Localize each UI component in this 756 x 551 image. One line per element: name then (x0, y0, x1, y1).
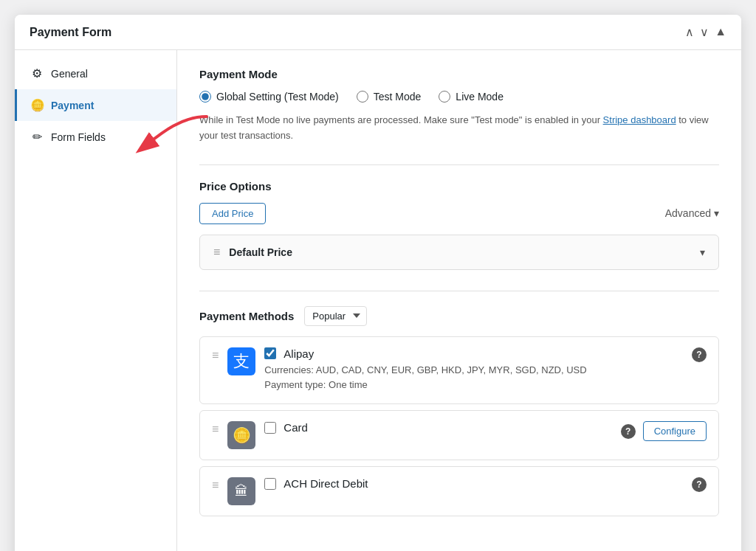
alipay-checkbox[interactable] (264, 347, 276, 359)
card-checkbox[interactable] (264, 422, 276, 434)
default-price-row: ≡ Default Price ▾ (199, 235, 719, 270)
sidebar: ⚙ General 🪙 Payment ✏ Form Fields (15, 50, 177, 551)
sidebar-label-form-fields: Form Fields (51, 131, 106, 143)
ach-right: ? (692, 477, 707, 492)
radio-test[interactable]: Test Mode (357, 91, 422, 103)
payment-method-ach: ≡ 🏛 ACH Direct Debit ? (199, 466, 719, 516)
payment-methods-filter[interactable]: Popular All (304, 306, 367, 326)
advanced-label: Advanced (665, 207, 711, 219)
main-layout: ⚙ General 🪙 Payment ✏ Form Fields (15, 50, 741, 551)
fullscreen-icon[interactable]: ▲ (715, 25, 726, 39)
radio-live-input[interactable] (439, 91, 450, 103)
alipay-icon-box: 支 (227, 347, 255, 375)
ach-content: ACH Direct Debit (264, 477, 683, 493)
price-options-section: Price Options Add Price Advanced ▾ ≡ Def… (199, 180, 719, 270)
window-title: Payment Form (30, 26, 111, 39)
gear-icon: ⚙ (30, 66, 44, 80)
payment-mode-title: Payment Mode (199, 68, 719, 80)
credit-card-icon: 🪙 (30, 98, 44, 112)
info-text-before-link: While in Test Mode no live payments are … (199, 114, 600, 125)
collapse-icon[interactable]: ∧ (685, 25, 694, 39)
radio-live[interactable]: Live Mode (439, 91, 504, 103)
card-configure-button[interactable]: Configure (643, 421, 707, 441)
alipay-right: ? (692, 347, 707, 362)
alipay-icon: 支 (233, 350, 250, 372)
alipay-drag-handle[interactable]: ≡ (212, 349, 219, 362)
card-help-icon[interactable]: ? (621, 424, 636, 439)
card-name-row: Card (264, 421, 611, 434)
card-name: Card (284, 421, 308, 434)
radio-global-label: Global Setting (Test Mode) (216, 91, 339, 103)
expand-icon[interactable]: ∨ (700, 25, 709, 39)
sidebar-label-payment: Payment (51, 100, 94, 111)
ach-icon-box: 🏛 (227, 477, 255, 505)
divider-2 (199, 291, 719, 291)
add-price-button[interactable]: Add Price (199, 203, 266, 224)
ach-name: ACH Direct Debit (284, 477, 368, 490)
card-content: Card (264, 421, 611, 437)
ach-name-row: ACH Direct Debit (264, 477, 683, 490)
alipay-currencies: Currencies: AUD, CAD, CNY, EUR, GBP, HKD… (264, 363, 683, 378)
radio-test-label: Test Mode (374, 91, 422, 103)
default-price-chevron[interactable]: ▾ (700, 246, 705, 258)
card-drag-handle[interactable]: ≡ (212, 423, 219, 436)
payment-method-card: ≡ 🪙 Card ? Configure (199, 410, 719, 460)
alipay-help-icon[interactable]: ? (692, 347, 707, 362)
edit-icon: ✏ (30, 130, 44, 144)
payment-methods-section: Payment Methods Popular All ≡ 支 (199, 306, 719, 517)
ach-drag-handle[interactable]: ≡ (212, 479, 219, 492)
payment-methods-title: Payment Methods (199, 310, 294, 322)
sidebar-item-general[interactable]: ⚙ General (15, 58, 176, 89)
default-price-label: Default Price (229, 246, 292, 258)
content-area: Payment Mode Global Setting (Test Mode) … (177, 50, 741, 551)
window-controls: ∧ ∨ ▲ (685, 25, 726, 39)
sidebar-label-general: General (51, 68, 88, 80)
drag-handle-icon[interactable]: ≡ (213, 246, 220, 259)
price-options-header: Add Price Advanced ▾ (199, 203, 719, 224)
card-right: ? Configure (621, 421, 707, 441)
radio-live-label: Live Mode (456, 91, 504, 103)
card-icon: 🪙 (233, 426, 251, 444)
radio-global-input[interactable] (199, 91, 211, 103)
radio-global[interactable]: Global Setting (Test Mode) (199, 91, 339, 103)
card-icon-box: 🪙 (227, 421, 255, 449)
title-bar: Payment Form ∧ ∨ ▲ (15, 15, 741, 50)
price-options-title: Price Options (199, 180, 719, 193)
alipay-payment-type: Payment type: One time (264, 378, 683, 393)
alipay-name-row: Alipay (264, 347, 683, 360)
stripe-dashboard-link[interactable]: Stripe dashboard (603, 114, 676, 125)
sidebar-item-form-fields[interactable]: ✏ Form Fields (15, 121, 176, 153)
divider-1 (199, 164, 719, 165)
ach-checkbox[interactable] (264, 478, 276, 490)
alipay-content: Alipay Currencies: AUD, CAD, CNY, EUR, G… (264, 347, 683, 394)
payment-mode-info: While in Test Mode no live payments are … (199, 113, 719, 144)
payment-form-window: Payment Form ∧ ∨ ▲ ⚙ General 🪙 Payment ✏… (15, 15, 741, 551)
ach-icon: 🏛 (235, 484, 248, 499)
advanced-link[interactable]: Advanced ▾ (665, 207, 719, 219)
ach-help-icon[interactable]: ? (692, 477, 707, 492)
payment-mode-section: Payment Mode Global Setting (Test Mode) … (199, 68, 719, 144)
payment-method-alipay: ≡ 支 Alipay Currencies: AUD, CAD, CNY, EU… (199, 336, 719, 405)
radio-test-input[interactable] (357, 91, 368, 103)
chevron-down-icon: ▾ (714, 207, 719, 219)
payment-mode-radio-group: Global Setting (Test Mode) Test Mode Liv… (199, 91, 719, 103)
sidebar-item-payment[interactable]: 🪙 Payment (15, 89, 176, 121)
default-price-left: ≡ Default Price (213, 246, 292, 259)
payment-methods-header: Payment Methods Popular All (199, 306, 719, 326)
alipay-name: Alipay (284, 347, 314, 360)
